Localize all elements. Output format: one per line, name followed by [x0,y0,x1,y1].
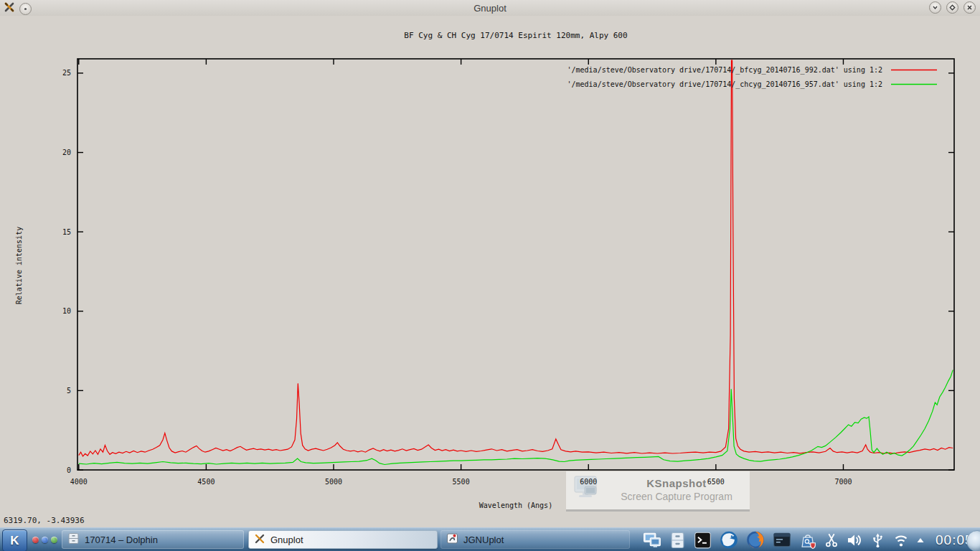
y-tick-label: 10 [62,307,71,315]
file-cabinet-icon[interactable] [669,531,687,550]
y-tick-label: 20 [62,149,71,156]
task-jgnuplot[interactable]: JGNUplot [440,530,630,549]
x-axis-label: Wavelength (Angs) [479,501,552,509]
x-tick-label: 4500 [197,478,215,486]
activity-dot-red[interactable] [32,537,39,543]
x-tick-label: 6500 [707,478,725,486]
x-tick-label: 7000 [834,478,852,486]
legend-label-bfcyg: '/media/steve/Observatory drive/170714/_… [567,66,883,75]
plasma-cashew-icon[interactable] [966,530,980,551]
thunderbird-icon[interactable] [719,530,739,550]
minimize-button[interactable] [929,1,941,14]
y-tick-label: 0 [67,466,71,474]
activity-dot-blue[interactable] [42,537,48,543]
tray-expand-icon[interactable] [916,537,925,544]
x-tick-label: 5000 [325,478,342,486]
close-button[interactable] [963,1,976,14]
window-titlebar[interactable]: Gnuplot [0,0,980,17]
y-tick-label: 15 [62,228,71,236]
x-tick-label: 4000 [70,478,88,486]
x-tick-label: 5500 [453,478,470,486]
y-tick-label: 25 [62,69,71,77]
task-gnuplot-label: Gnuplot [270,534,303,545]
firefox-icon[interactable] [745,530,765,550]
dolphin-icon [67,532,80,547]
plot-title: BF Cyg & CH Cyg 17/0714 Espirit 120mm, A… [404,31,627,40]
taskbar[interactable]: K 170714 – Dolphin Gnuplot [0,527,980,551]
x-tick-label: 6000 [580,478,597,486]
task-gnuplot[interactable]: Gnuplot [248,530,438,549]
jgnuplot-icon [446,532,458,547]
activity-dot-green[interactable] [51,537,57,543]
wifi-icon[interactable] [892,532,910,549]
usb-icon[interactable] [870,532,886,549]
task-dolphin-label: 170714 – Dolphin [85,534,158,545]
system-tray: 00:05 [643,528,974,551]
konsole-icon[interactable] [693,531,712,550]
y-tick-label: 5 [67,387,71,395]
scissors-icon[interactable] [824,532,839,549]
window-title: Gnuplot [0,3,980,14]
kde-menu-button[interactable]: K [2,529,27,551]
maximize-button[interactable] [946,1,958,14]
series-line-bf-cyg [79,60,953,456]
legend-label-chcyg: '/media/steve/Observatory drive/170714/_… [567,80,883,89]
plot-border [77,59,954,470]
plot-area[interactable]: BF Cyg & CH Cyg 17/0714 Espirit 120mm, A… [0,16,980,527]
gnuplot-task-icon [254,533,265,547]
task-jgnuplot-label: JGNUplot [463,534,504,545]
task-dolphin[interactable]: 170714 – Dolphin [62,530,244,549]
volume-icon[interactable] [846,532,863,549]
display-settings-icon[interactable] [643,531,662,550]
software-bag-icon[interactable] [798,531,817,550]
mouse-coordinate-readout: 6319.70, -3.43936 [4,516,85,525]
terminal-window-icon[interactable] [772,531,792,550]
y-axis-label: Relative intensity [15,227,23,304]
